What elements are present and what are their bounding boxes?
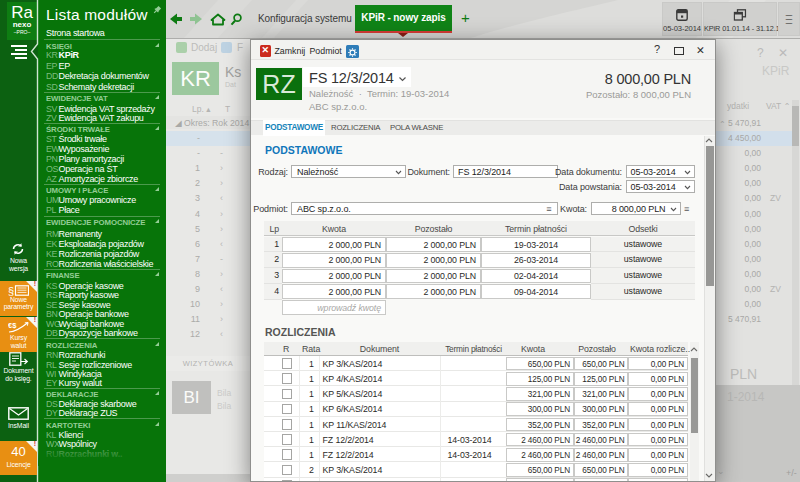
svg-text:§: § <box>8 285 14 296</box>
svg-text:€$: €$ <box>8 321 17 330</box>
